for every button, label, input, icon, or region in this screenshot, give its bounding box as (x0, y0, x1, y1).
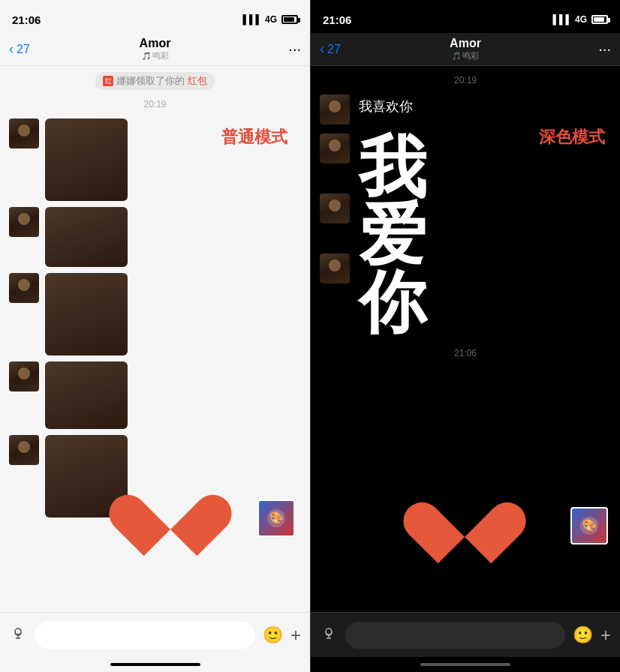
avatar-img-dark-2 (320, 134, 350, 164)
msg-row-4 (9, 362, 301, 429)
add-icon-dark[interactable]: + (600, 625, 611, 646)
system-msg-light: 红 娜娜领取了你的 红包 (95, 72, 215, 90)
avatar-dark-1 (320, 94, 350, 124)
msg-row-3 (9, 273, 301, 356)
red-envelope-icon: 红 (103, 76, 113, 86)
back-button-dark[interactable]: ‹ 27 (320, 41, 341, 57)
status-bar-dark: 21:06 ▌▌▌ 4G (311, 0, 620, 33)
avatar-img-4 (9, 362, 39, 392)
sticker-icon-light: 🎨 (265, 507, 287, 530)
avatar-img-dark-1 (320, 94, 350, 124)
avatar-img-dark-4 (320, 254, 350, 284)
sticker-icon-dark: 🎨 (578, 514, 600, 537)
time-dark: 21:06 (323, 14, 351, 26)
more-button-dark[interactable]: ··· (598, 40, 611, 58)
chevron-left-icon-light: ‹ (9, 41, 14, 57)
avatar-img-1 (9, 118, 39, 148)
emoji-icon-dark[interactable]: 🙂 (573, 626, 593, 645)
timestamp-dark-1: 20:19 (320, 75, 611, 86)
input-bar-dark: 🙂 + (311, 612, 620, 657)
big-msg-avatars (320, 134, 350, 284)
message-input-light[interactable] (35, 622, 255, 649)
status-icons-light: ▌▌▌ 4G (242, 14, 298, 25)
back-count-dark: 27 (327, 43, 341, 56)
signal-icon-light: ▌▌▌ (242, 14, 262, 25)
chat-subtitle-light: 🎵 鸣彩 (140, 50, 171, 62)
nav-bar-dark: ‹ 27 Amor 🎵 鸣彩 ··· (311, 33, 620, 66)
mic-icon-light: 🎵 (142, 52, 151, 60)
svg-text:🎨: 🎨 (582, 518, 597, 532)
status-bar-light: 21:06 ▌▌▌ 4G (0, 0, 310, 33)
nav-center-dark: Amor 🎵 鸣彩 (450, 37, 481, 62)
avatar-3 (9, 273, 39, 303)
voice-svg-light (9, 624, 27, 642)
mode-label-light: 普通模式 (221, 126, 287, 148)
avatar-dark-3 (320, 194, 350, 224)
system-text-light: 娜娜领取了你的 (116, 74, 185, 88)
signal-icon-dark: ▌▌▌ (552, 14, 572, 25)
avatar-dark-2 (320, 134, 350, 164)
timestamp-dark-2: 21:06 (320, 348, 611, 358)
chat-title-dark: Amor (450, 37, 481, 50)
more-button-light[interactable]: ··· (288, 40, 301, 58)
avatar-dark-4 (320, 254, 350, 284)
avatar-img-5 (9, 435, 39, 465)
avatar-img-2 (9, 207, 39, 237)
red-link-light[interactable]: 红包 (188, 74, 207, 88)
small-msg-bubble: 我喜欢你 (356, 94, 416, 118)
voice-icon-dark[interactable] (320, 624, 338, 646)
status-icons-dark: ▌▌▌ 4G (552, 14, 608, 25)
chevron-left-icon-dark: ‹ (320, 41, 324, 57)
battery-icon-light (281, 15, 298, 24)
avatar-img-dark-3 (320, 194, 350, 224)
heart-shape-light (133, 470, 208, 537)
chat-area-dark: 20:19 我喜欢你 我爱你 深色 (311, 66, 620, 612)
add-icon-light[interactable]: + (290, 625, 301, 646)
avatar-4 (9, 362, 39, 392)
img-bubble-3[interactable] (45, 273, 128, 356)
heart-dark (427, 477, 502, 544)
network-icon-dark: 4G (575, 14, 587, 25)
dark-panel: 21:06 ▌▌▌ 4G ‹ 27 Amor 🎵 鸣彩 ··· 20:19 (310, 0, 620, 672)
svg-text:🎨: 🎨 (269, 511, 284, 525)
voice-icon-light[interactable] (9, 624, 27, 646)
back-button-light[interactable]: ‹ 27 (9, 41, 30, 57)
avatar-5 (9, 435, 39, 465)
home-bar-light (110, 663, 200, 666)
sticker-light[interactable]: 🎨 (257, 500, 295, 537)
network-icon-light: 4G (265, 14, 277, 25)
chat-title-light: Amor (140, 37, 171, 50)
input-bar-light: 🙂 + (0, 612, 310, 657)
big-msg-bubble: 我爱你 (356, 134, 429, 336)
chat-area-light: 红 娜娜领取了你的 红包 20:19 (0, 66, 310, 612)
msg-small-row: 我喜欢你 (320, 94, 611, 124)
battery-icon-dark (591, 15, 608, 24)
timestamp-light-1: 20:19 (9, 99, 301, 110)
msg-row-2 (9, 207, 301, 267)
avatar-1 (9, 118, 39, 148)
back-count-light: 27 (17, 43, 30, 56)
heart-light (133, 470, 208, 537)
sticker-dark[interactable]: 🎨 (570, 507, 608, 544)
emoji-icon-light[interactable]: 🙂 (263, 626, 283, 645)
mic-icon-dark: 🎵 (452, 52, 461, 60)
avatar-img-3 (9, 273, 39, 303)
chat-subtitle-dark: 🎵 鸣彩 (450, 50, 481, 62)
home-indicator-dark (311, 657, 620, 672)
img-bubble-4[interactable] (45, 362, 128, 429)
message-input-dark[interactable] (345, 622, 565, 649)
avatar-2 (9, 207, 39, 237)
img-bubble-2[interactable] (45, 207, 128, 267)
voice-svg-dark (320, 624, 338, 642)
nav-center-light: Amor 🎵 鸣彩 (140, 37, 171, 62)
mode-label-dark: 深色模式 (539, 126, 605, 148)
light-panel: 21:06 ▌▌▌ 4G ‹ 27 Amor 🎵 鸣彩 ··· 红 娜娜领取了 (0, 0, 310, 672)
time-light: 21:06 (12, 14, 41, 26)
big-msg-row: 我爱你 (320, 134, 611, 336)
home-indicator-light (0, 657, 310, 672)
nav-bar-light: ‹ 27 Amor 🎵 鸣彩 ··· (0, 33, 310, 66)
heart-shape-dark (427, 477, 502, 544)
img-bubble-1[interactable] (45, 118, 128, 201)
home-bar-dark (420, 663, 510, 666)
